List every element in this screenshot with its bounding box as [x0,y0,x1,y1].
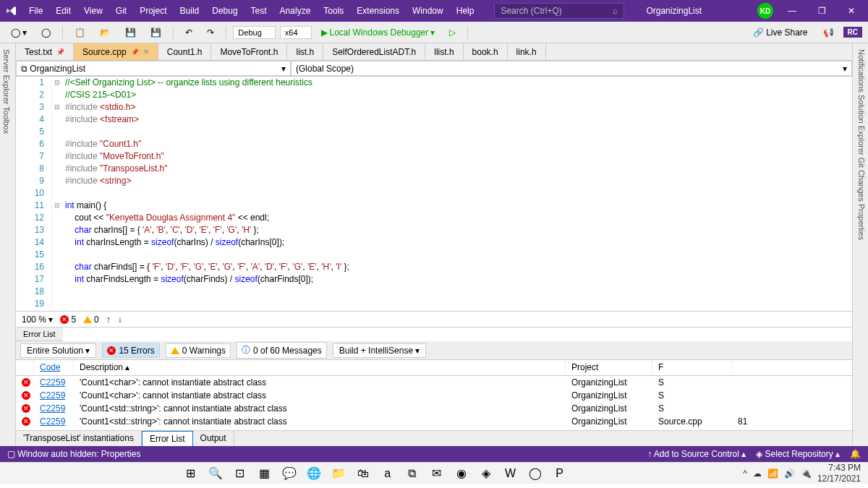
save-icon[interactable]: 💾 [120,25,141,40]
taskview-icon[interactable]: ⊡ [231,465,249,482]
zoom-combo[interactable]: 100 % ▾ [22,314,53,325]
nav-back-button[interactable]: ◯ ▾ [6,25,32,40]
nav-project-combo[interactable]: ⧉ OrganizingList▾ [16,61,291,76]
navigation-bar: ⧉ OrganizingList▾ (Global Scope)▾ [16,61,852,77]
app2-icon[interactable]: ◉ [453,465,470,482]
menu-window[interactable]: Window [407,3,449,19]
undo-button[interactable]: ↶ [180,25,197,40]
redo-button[interactable]: ↷ [202,25,219,40]
error-count[interactable]: ✕5 [60,314,76,325]
wifi-icon[interactable]: 📶 [767,468,778,479]
live-share-button[interactable]: 🔗 Live Share [747,26,814,39]
word-icon[interactable]: W [502,465,519,482]
notifications-icon[interactable]: 🔔 [850,449,861,459]
error-list-toolbar: Entire Solution ▾ ✕15 Errors 0 Warnings … [16,341,852,360]
nav-up-icon[interactable]: ↑ [106,314,111,325]
dropbox-icon[interactable]: ⧉ [404,465,421,482]
tab-movetofront[interactable]: MoveToFront.h [211,43,287,60]
start-nodbg-button[interactable]: ▷ [444,25,461,40]
open-icon[interactable]: 📂 [95,25,116,40]
battery-icon[interactable]: 🔌 [801,468,812,479]
minimize-button[interactable]: — [780,3,804,19]
document-tabs: Test.txt📌 Source.cpp📌✕ Count1.h MoveToFr… [16,43,852,61]
error-row[interactable]: ✕C2259'Count1<std::string>': cannot inst… [16,415,852,428]
errors-filter[interactable]: ✕15 Errors [102,343,159,358]
scope-filter[interactable]: Entire Solution ▾ [20,343,96,358]
app-icon[interactable]: a [379,465,396,482]
user-avatar[interactable]: KD [757,3,773,19]
store-icon[interactable]: 🛍 [354,465,372,482]
menu-help[interactable]: Help [451,3,480,19]
teams-icon[interactable]: 💬 [281,465,298,482]
nav-fwd-button[interactable]: ◯ [36,25,56,40]
menu-git[interactable]: Git [110,3,132,19]
clock[interactable]: 7:43 PM 12/17/2021 [817,463,861,484]
search-input[interactable]: Search (Ctrl+Q) ⌕ [494,3,624,19]
tab-instantiations[interactable]: 'TransposeList' instantiations [16,431,142,446]
messages-filter[interactable]: ⓘ0 of 60 Messages [237,342,327,359]
menu-test[interactable]: Test [245,3,273,19]
chrome-icon[interactable]: ◯ [527,465,544,482]
tab-source[interactable]: Source.cpp📌✕ [74,43,158,60]
feedback-icon[interactable]: 📢 [818,25,839,40]
menu-build[interactable]: Build [174,3,205,19]
close-icon[interactable]: ✕ [143,48,149,56]
start-debug-button[interactable]: ▶ Local Windows Debugger ▾ [316,25,441,40]
build-filter[interactable]: Build + IntelliSense ▾ [333,343,427,358]
onedrive-icon[interactable]: ☁ [753,468,762,479]
mail-icon[interactable]: ✉ [428,465,446,482]
tab-link[interactable]: link.h [508,43,546,60]
new-project-icon[interactable]: 📋 [69,25,90,40]
tab-errorlist[interactable]: Error List [142,431,193,446]
menu-analyze[interactable]: Analyze [274,3,317,19]
maximize-button[interactable]: ❐ [811,3,833,19]
warning-count[interactable]: 0 [83,314,99,325]
error-row[interactable]: ✕C2259'Count1<char>': cannot instantiate… [16,376,852,389]
select-repo[interactable]: ◈ Select Repository ▴ [756,449,840,459]
tab-output[interactable]: Output [193,431,234,446]
tab-selfordered[interactable]: SelfOrderedListADT.h [323,43,425,60]
pin-icon[interactable]: 📌 [56,48,64,56]
close-button[interactable]: ✕ [841,3,862,19]
menu-edit[interactable]: Edit [50,3,77,19]
search-taskbar-icon[interactable]: 🔍 [207,465,224,482]
menu-view[interactable]: View [78,3,109,19]
menu-debug[interactable]: Debug [206,3,243,19]
menu-tools[interactable]: Tools [318,3,349,19]
platform-combo[interactable]: x64 [280,26,312,39]
ppt-icon[interactable]: P [551,465,569,482]
volume-icon[interactable]: 🔊 [784,468,795,479]
start-icon[interactable]: ⊞ [182,465,200,482]
menu-project[interactable]: Project [134,3,172,19]
save-all-icon[interactable]: 💾 [145,25,166,40]
fold-column[interactable]: ⊟⊟⊟⊟ [52,77,62,311]
line-gutter: 1234567891011121314151617181920212223242… [16,77,52,311]
error-list-tab[interactable]: Error List [16,328,63,341]
warnings-filter[interactable]: 0 Warnings [166,343,231,358]
tab-test[interactable]: Test.txt📌 [16,43,74,60]
left-side-tabs[interactable]: Server Explorer Toolbox [0,43,16,446]
right-side-tabs[interactable]: Notifications Solution Explorer Git Chan… [852,43,868,446]
error-list-header: Code Description ▴ Project F [16,360,852,376]
error-row[interactable]: ✕C2259'Count1<char>': cannot instantiate… [16,389,852,402]
tab-count1[interactable]: Count1.h [158,43,212,60]
vs-taskbar-icon[interactable]: ◈ [477,465,495,482]
tab-book[interactable]: book.h [464,43,508,60]
tray-chevron-icon[interactable]: ^ [743,468,747,479]
tab-llist[interactable]: llist.h [425,43,463,60]
explorer-icon[interactable]: 📁 [330,465,347,482]
tab-list[interactable]: list.h [287,43,323,60]
edge-icon[interactable]: 🌐 [305,465,323,482]
config-combo[interactable]: Debug [233,26,275,39]
menu-file[interactable]: File [23,3,48,19]
menu-extensions[interactable]: Extensions [351,3,405,19]
widgets-icon[interactable]: ▦ [256,465,273,482]
pin-icon[interactable]: 📌 [131,48,139,56]
nav-scope-combo[interactable]: (Global Scope)▾ [291,61,852,76]
code-content[interactable]: //<Self Organizing List> -- organize lis… [62,77,852,311]
error-row[interactable]: ✕C2259'Count1<std::string>': cannot inst… [16,402,852,415]
code-editor[interactable]: 1234567891011121314151617181920212223242… [16,77,852,311]
nav-down-icon[interactable]: ↓ [118,314,122,325]
titlebar: File Edit View Git Project Build Debug T… [0,0,868,22]
add-source-control[interactable]: ↑ Add to Source Control ▴ [647,449,746,459]
